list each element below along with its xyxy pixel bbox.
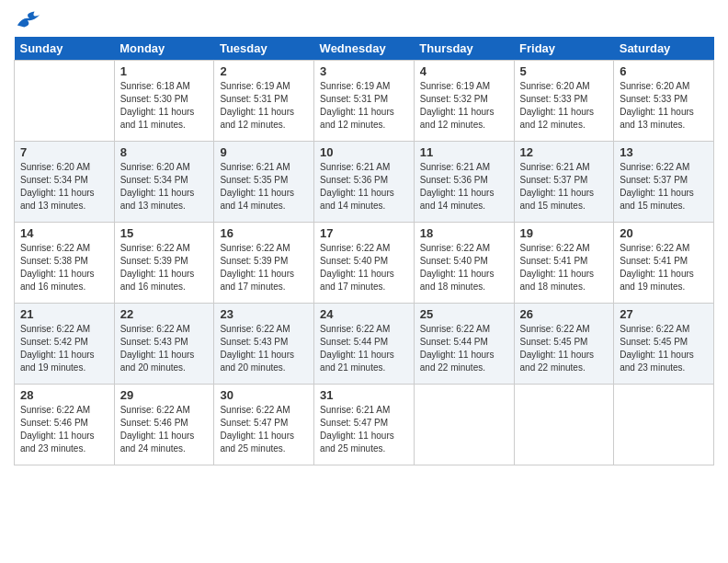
- day-number: 29: [120, 388, 209, 402]
- day-info: Sunrise: 6:22 AM Sunset: 5:43 PM Dayligh…: [220, 323, 308, 374]
- day-info: Sunrise: 6:22 AM Sunset: 5:45 PM Dayligh…: [620, 323, 708, 374]
- day-info: Sunrise: 6:22 AM Sunset: 5:39 PM Dayligh…: [120, 242, 209, 293]
- day-number: 26: [520, 307, 609, 321]
- calendar-day-cell: 1 Sunrise: 6:18 AM Sunset: 5:30 PM Dayli…: [114, 61, 214, 142]
- day-number: 16: [220, 226, 308, 240]
- calendar-day-cell: 23 Sunrise: 6:22 AM Sunset: 5:43 PM Dayl…: [214, 304, 314, 385]
- day-number: 13: [620, 145, 708, 159]
- calendar-week-row: 28 Sunrise: 6:22 AM Sunset: 5:46 PM Dayl…: [15, 385, 714, 465]
- day-number: 15: [120, 226, 209, 240]
- calendar-day-cell: [614, 385, 714, 465]
- calendar-header-row: Sunday Monday Tuesday Wednesday Thursday…: [15, 37, 714, 61]
- day-info: Sunrise: 6:22 AM Sunset: 5:46 PM Dayligh…: [20, 404, 108, 455]
- day-number: 12: [520, 145, 609, 159]
- calendar-day-cell: 4 Sunrise: 6:19 AM Sunset: 5:32 PM Dayli…: [414, 61, 514, 142]
- calendar-day-cell: 15 Sunrise: 6:22 AM Sunset: 5:39 PM Dayl…: [114, 223, 214, 304]
- day-info: Sunrise: 6:20 AM Sunset: 5:34 PM Dayligh…: [120, 161, 209, 213]
- day-info: Sunrise: 6:21 AM Sunset: 5:36 PM Dayligh…: [420, 161, 508, 213]
- day-number: 19: [520, 226, 609, 240]
- day-number: 11: [420, 145, 508, 159]
- day-info: Sunrise: 6:21 AM Sunset: 5:47 PM Dayligh…: [320, 404, 408, 455]
- day-info: Sunrise: 6:22 AM Sunset: 5:40 PM Dayligh…: [420, 242, 508, 293]
- day-info: Sunrise: 6:18 AM Sunset: 5:30 PM Dayligh…: [120, 80, 209, 132]
- day-number: 17: [320, 226, 408, 240]
- calendar-day-cell: 31 Sunrise: 6:21 AM Sunset: 5:47 PM Dayl…: [314, 385, 415, 465]
- calendar-day-cell: 26 Sunrise: 6:22 AM Sunset: 5:45 PM Dayl…: [514, 304, 614, 385]
- day-info: Sunrise: 6:22 AM Sunset: 5:39 PM Dayligh…: [220, 242, 308, 293]
- calendar-day-cell: 20 Sunrise: 6:22 AM Sunset: 5:41 PM Dayl…: [614, 223, 714, 304]
- calendar-day-cell: 12 Sunrise: 6:21 AM Sunset: 5:37 PM Dayl…: [514, 142, 614, 223]
- day-info: Sunrise: 6:22 AM Sunset: 5:37 PM Dayligh…: [620, 161, 708, 213]
- day-info: Sunrise: 6:20 AM Sunset: 5:33 PM Dayligh…: [620, 80, 708, 132]
- day-info: Sunrise: 6:22 AM Sunset: 5:40 PM Dayligh…: [320, 242, 408, 293]
- page-header: [14, 9, 714, 29]
- day-number: 18: [420, 226, 508, 240]
- day-number: 14: [20, 226, 108, 240]
- calendar-day-cell: 19 Sunrise: 6:22 AM Sunset: 5:41 PM Dayl…: [514, 223, 614, 304]
- day-info: Sunrise: 6:21 AM Sunset: 5:37 PM Dayligh…: [520, 161, 609, 213]
- calendar-day-cell: 2 Sunrise: 6:19 AM Sunset: 5:31 PM Dayli…: [214, 61, 314, 142]
- calendar-day-cell: 9 Sunrise: 6:21 AM Sunset: 5:35 PM Dayli…: [214, 142, 314, 223]
- day-number: 3: [320, 64, 408, 78]
- day-number: 10: [320, 145, 408, 159]
- day-info: Sunrise: 6:19 AM Sunset: 5:32 PM Dayligh…: [420, 80, 508, 132]
- calendar-day-cell: 10 Sunrise: 6:21 AM Sunset: 5:36 PM Dayl…: [314, 142, 415, 223]
- day-info: Sunrise: 6:22 AM Sunset: 5:38 PM Dayligh…: [20, 242, 108, 293]
- day-info: Sunrise: 6:22 AM Sunset: 5:41 PM Dayligh…: [520, 242, 609, 293]
- calendar-day-cell: 6 Sunrise: 6:20 AM Sunset: 5:33 PM Dayli…: [614, 61, 714, 142]
- calendar-day-cell: 14 Sunrise: 6:22 AM Sunset: 5:38 PM Dayl…: [15, 223, 115, 304]
- day-info: Sunrise: 6:20 AM Sunset: 5:34 PM Dayligh…: [20, 161, 108, 213]
- calendar-week-row: 1 Sunrise: 6:18 AM Sunset: 5:30 PM Dayli…: [15, 61, 714, 142]
- calendar-day-cell: 22 Sunrise: 6:22 AM Sunset: 5:43 PM Dayl…: [114, 304, 214, 385]
- calendar-day-cell: 21 Sunrise: 6:22 AM Sunset: 5:42 PM Dayl…: [15, 304, 115, 385]
- col-sunday: Sunday: [15, 37, 115, 61]
- day-info: Sunrise: 6:22 AM Sunset: 5:41 PM Dayligh…: [620, 242, 708, 293]
- day-number: 21: [20, 307, 108, 321]
- col-monday: Monday: [114, 37, 214, 61]
- calendar-week-row: 7 Sunrise: 6:20 AM Sunset: 5:34 PM Dayli…: [15, 142, 714, 223]
- day-number: 31: [320, 388, 408, 402]
- col-thursday: Thursday: [414, 37, 514, 61]
- col-tuesday: Tuesday: [214, 37, 314, 61]
- day-number: 2: [220, 64, 308, 78]
- day-number: 28: [20, 388, 108, 402]
- day-number: 5: [520, 64, 609, 78]
- calendar-day-cell: 30 Sunrise: 6:22 AM Sunset: 5:47 PM Dayl…: [214, 385, 314, 465]
- day-info: Sunrise: 6:22 AM Sunset: 5:45 PM Dayligh…: [520, 323, 609, 374]
- day-number: 25: [420, 307, 508, 321]
- calendar-day-cell: [514, 385, 614, 465]
- day-number: 27: [620, 307, 708, 321]
- calendar-day-cell: 5 Sunrise: 6:20 AM Sunset: 5:33 PM Dayli…: [514, 61, 614, 142]
- calendar-day-cell: 8 Sunrise: 6:20 AM Sunset: 5:34 PM Dayli…: [114, 142, 214, 223]
- calendar-day-cell: 25 Sunrise: 6:22 AM Sunset: 5:44 PM Dayl…: [414, 304, 514, 385]
- calendar-day-cell: 28 Sunrise: 6:22 AM Sunset: 5:46 PM Dayl…: [15, 385, 115, 465]
- day-number: 20: [620, 226, 708, 240]
- logo-bird-icon: [16, 9, 41, 29]
- calendar-day-cell: 16 Sunrise: 6:22 AM Sunset: 5:39 PM Dayl…: [214, 223, 314, 304]
- day-number: 4: [420, 64, 508, 78]
- day-number: 24: [320, 307, 408, 321]
- calendar-day-cell: 18 Sunrise: 6:22 AM Sunset: 5:40 PM Dayl…: [414, 223, 514, 304]
- calendar-week-row: 14 Sunrise: 6:22 AM Sunset: 5:38 PM Dayl…: [15, 223, 714, 304]
- day-info: Sunrise: 6:22 AM Sunset: 5:42 PM Dayligh…: [20, 323, 108, 374]
- day-number: 6: [620, 64, 708, 78]
- calendar-table: Sunday Monday Tuesday Wednesday Thursday…: [14, 37, 714, 465]
- day-number: 22: [120, 307, 209, 321]
- calendar-day-cell: 3 Sunrise: 6:19 AM Sunset: 5:31 PM Dayli…: [314, 61, 415, 142]
- day-info: Sunrise: 6:20 AM Sunset: 5:33 PM Dayligh…: [520, 80, 609, 132]
- day-info: Sunrise: 6:22 AM Sunset: 5:44 PM Dayligh…: [420, 323, 508, 374]
- day-info: Sunrise: 6:22 AM Sunset: 5:44 PM Dayligh…: [320, 323, 408, 374]
- calendar-week-row: 21 Sunrise: 6:22 AM Sunset: 5:42 PM Dayl…: [15, 304, 714, 385]
- day-info: Sunrise: 6:21 AM Sunset: 5:36 PM Dayligh…: [320, 161, 408, 213]
- day-info: Sunrise: 6:22 AM Sunset: 5:46 PM Dayligh…: [120, 404, 209, 455]
- day-info: Sunrise: 6:19 AM Sunset: 5:31 PM Dayligh…: [220, 80, 308, 132]
- calendar-day-cell: 29 Sunrise: 6:22 AM Sunset: 5:46 PM Dayl…: [114, 385, 214, 465]
- calendar-day-cell: 11 Sunrise: 6:21 AM Sunset: 5:36 PM Dayl…: [414, 142, 514, 223]
- logo: [14, 9, 41, 29]
- col-wednesday: Wednesday: [314, 37, 415, 61]
- day-number: 8: [120, 145, 209, 159]
- page-container: Sunday Monday Tuesday Wednesday Thursday…: [0, 0, 728, 475]
- day-number: 23: [220, 307, 308, 321]
- col-saturday: Saturday: [614, 37, 714, 61]
- day-number: 30: [220, 388, 308, 402]
